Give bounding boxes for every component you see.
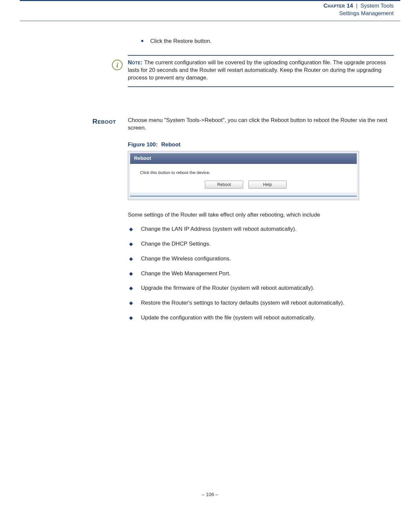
intro-bullet-item: Click the Restore button. bbox=[141, 38, 394, 45]
list-item: Change the Web Management Port. bbox=[128, 270, 394, 278]
list-item: Change the DHCP Settings. bbox=[128, 240, 394, 248]
note-bottom-rule bbox=[128, 86, 394, 87]
figure-number: Figure 100: bbox=[128, 141, 158, 148]
list-item-text: Update the configuration with the file (… bbox=[141, 314, 315, 321]
header-separator: | bbox=[355, 3, 359, 9]
figure-caption: Figure 100: Reboot bbox=[128, 141, 394, 149]
intro-bullet-text: Click the Restore button. bbox=[150, 38, 211, 44]
note-label: Note: bbox=[128, 59, 143, 66]
figure-screenshot: Reboot Click this button to reboot the d… bbox=[128, 151, 359, 200]
figure-title: Reboot bbox=[161, 141, 181, 148]
list-item-text: Change the Wireless configurations. bbox=[141, 255, 231, 262]
note-block: i Note: The current configuration will b… bbox=[128, 55, 394, 87]
header-title-1: System Tools bbox=[360, 3, 394, 9]
help-button[interactable]: Help bbox=[248, 181, 287, 189]
screenshot-body: Click this button to reboot the device. … bbox=[130, 164, 357, 193]
header-title-2: Settings Management bbox=[0, 10, 394, 17]
running-header: Chapter 14 | System Tools Settings Manag… bbox=[0, 1, 420, 21]
screenshot-bottom-rule bbox=[130, 196, 357, 196]
list-item-text: Restore the Router's settings to factory… bbox=[141, 300, 344, 306]
reboot-button[interactable]: Reboot bbox=[205, 181, 243, 189]
section-intro: Choose menu "System Tools->Reboot", you … bbox=[128, 117, 394, 132]
list-item: Update the configuration with the file (… bbox=[128, 314, 394, 322]
after-figure-text: Some settings of the Router will take ef… bbox=[128, 211, 394, 219]
info-icon-glyph: i bbox=[116, 62, 118, 69]
list-item-text: Change the Web Management Port. bbox=[141, 270, 231, 277]
list-item-text: Change the DHCP Settings. bbox=[141, 241, 210, 247]
info-icon: i bbox=[112, 60, 123, 70]
screenshot-titlebar: Reboot bbox=[130, 153, 357, 163]
reboot-effects-list: Change the LAN IP Address (system will r… bbox=[128, 225, 394, 322]
page-number: – 106 – bbox=[202, 491, 218, 497]
chapter-label: Chapter 14 bbox=[323, 3, 353, 9]
list-item: Restore the Router's settings to factory… bbox=[128, 299, 394, 307]
note-top-rule bbox=[128, 55, 394, 56]
list-item: Change the Wireless configurations. bbox=[128, 255, 394, 263]
screenshot-description: Click this button to reboot the device. bbox=[140, 170, 351, 176]
intro-bullet-list: Click the Restore button. bbox=[141, 38, 394, 45]
list-item-text: Change the LAN IP Address (system will r… bbox=[141, 226, 296, 232]
header-rule bbox=[20, 21, 400, 21]
list-item: Upgrade the firmware of the Router (syst… bbox=[128, 284, 394, 292]
section-heading: Reboot bbox=[92, 117, 116, 125]
list-item-text: Upgrade the firmware of the Router (syst… bbox=[141, 285, 314, 291]
page-footer: – 106 – bbox=[0, 491, 420, 498]
list-item: Change the LAN IP Address (system will r… bbox=[128, 225, 394, 233]
note-text: The current configuration will be covere… bbox=[128, 59, 386, 81]
